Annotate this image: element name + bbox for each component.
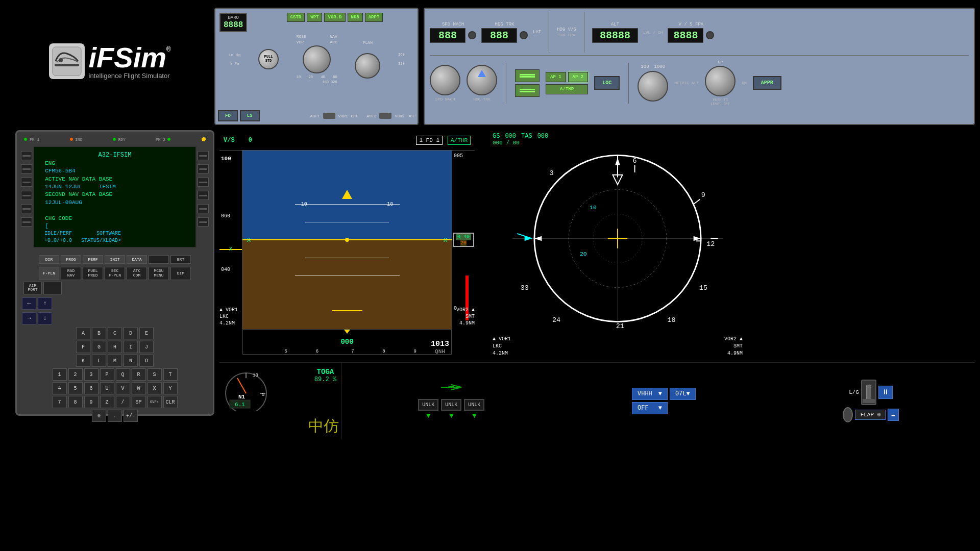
- lsk1r[interactable]: [198, 151, 209, 160]
- lg-lever[interactable]: [861, 380, 876, 405]
- runway-selector[interactable]: 07L ▼: [670, 388, 696, 400]
- unlk2-button[interactable]: UNLK: [441, 399, 461, 411]
- flap-knob[interactable]: [843, 407, 853, 422]
- key-2[interactable]: 2: [68, 368, 83, 381]
- atc-com-button[interactable]: ATCCOM: [127, 267, 147, 280]
- key-T[interactable]: T: [163, 368, 178, 381]
- lsk4r[interactable]: [198, 191, 209, 200]
- key-dot[interactable]: .: [108, 410, 122, 422]
- key-clr[interactable]: CLR: [163, 396, 178, 408]
- key-A[interactable]: A: [76, 327, 90, 339]
- key-P[interactable]: P: [100, 368, 114, 381]
- lsk4l[interactable]: [21, 191, 32, 200]
- spd-mach-knob[interactable]: [430, 65, 460, 95]
- airport-selector[interactable]: VHHH ▼: [632, 388, 668, 400]
- data-button[interactable]: DATA: [127, 255, 147, 264]
- lsk6l[interactable]: [21, 217, 32, 227]
- brt-button[interactable]: BRT: [170, 255, 191, 264]
- pull-std-button[interactable]: PULLSTD: [258, 49, 279, 69]
- key-1[interactable]: 1: [53, 368, 67, 381]
- ap1-button[interactable]: AP 1: [546, 72, 566, 82]
- athr-button[interactable]: A/THR: [546, 84, 588, 94]
- key-S[interactable]: S: [148, 368, 162, 381]
- key-sp[interactable]: SP: [132, 396, 146, 408]
- key-W[interactable]: W: [132, 382, 146, 394]
- mcdu-menu-button[interactable]: MCDUMENU: [149, 267, 169, 280]
- ndb-button[interactable]: NDB: [348, 13, 363, 22]
- key-Z[interactable]: Z: [100, 396, 114, 408]
- down-arrow-key[interactable]: ↓: [38, 312, 52, 324]
- lsk3r[interactable]: [198, 178, 209, 187]
- key-Q[interactable]: Q: [116, 368, 130, 381]
- gear-state-button[interactable]: ▬: [888, 409, 898, 421]
- key-V[interactable]: V: [116, 382, 130, 394]
- prog-button[interactable]: PROG: [61, 255, 81, 264]
- key-D[interactable]: D: [124, 327, 138, 339]
- key-L[interactable]: L: [92, 355, 106, 367]
- key-U[interactable]: U: [100, 382, 114, 394]
- fpln-button[interactable]: F-PLN: [39, 267, 59, 280]
- lsk6r[interactable]: [198, 217, 209, 227]
- loc-button[interactable]: LOC: [594, 76, 620, 90]
- lsk2r[interactable]: [198, 164, 209, 173]
- right-arrow-key[interactable]: →: [22, 312, 36, 324]
- blank-button[interactable]: [149, 255, 169, 264]
- key-5[interactable]: 5: [68, 382, 83, 394]
- vord-button[interactable]: VOR.D: [324, 13, 345, 22]
- key-8[interactable]: 8: [68, 396, 83, 408]
- fuel-pred-button[interactable]: FUELPRED: [83, 267, 103, 280]
- key-E[interactable]: E: [139, 327, 154, 339]
- key-9[interactable]: 9: [84, 396, 99, 408]
- adf1-switch[interactable]: [323, 113, 335, 119]
- key-C[interactable]: C: [108, 327, 122, 339]
- mode-knob[interactable]: [355, 53, 380, 79]
- hdg-trk-knob[interactable]: [467, 65, 497, 95]
- key-6[interactable]: 6: [84, 382, 99, 394]
- key-slash[interactable]: /: [116, 396, 130, 408]
- init-button[interactable]: INIT: [105, 255, 125, 264]
- alt-knob[interactable]: [638, 71, 668, 102]
- lsk2l[interactable]: [21, 164, 32, 173]
- sec-fpln-button[interactable]: SECF-PLN: [105, 267, 125, 280]
- dir-button[interactable]: DIR: [39, 255, 59, 264]
- key-Y[interactable]: Y: [163, 382, 178, 394]
- up-arrow-key[interactable]: ↑: [38, 297, 52, 310]
- lsk5r[interactable]: [198, 204, 209, 213]
- unlk1-button[interactable]: UNLK: [418, 399, 438, 411]
- lsk5l[interactable]: [21, 204, 32, 213]
- key-B[interactable]: B: [92, 327, 106, 339]
- adf2-switch[interactable]: [379, 113, 391, 119]
- key-K[interactable]: K: [76, 355, 90, 367]
- lsk1l[interactable]: [21, 151, 32, 160]
- arpt-button[interactable]: ARPT: [365, 13, 383, 22]
- vs-fpa-toggle[interactable]: [515, 84, 540, 97]
- fd-button[interactable]: FD: [218, 110, 238, 121]
- key-N[interactable]: N: [124, 355, 138, 367]
- key-R[interactable]: R: [132, 368, 146, 381]
- appr-button[interactable]: APPR: [753, 76, 781, 90]
- key-4[interactable]: 4: [53, 382, 67, 394]
- pause-button[interactable]: ⏸: [878, 386, 893, 399]
- key-M[interactable]: M: [108, 355, 122, 367]
- ap2-button[interactable]: AP 2: [568, 72, 589, 82]
- wpt-button[interactable]: WPT: [307, 13, 322, 22]
- unlk3-button[interactable]: UNLK: [464, 399, 484, 411]
- key-H[interactable]: H: [108, 341, 122, 353]
- dim-button[interactable]: DIM: [170, 267, 191, 280]
- key-J[interactable]: J: [139, 341, 154, 353]
- key-O[interactable]: O: [139, 355, 154, 367]
- range-knob[interactable]: [303, 45, 331, 73]
- airport-button[interactable]: AIRPORT: [23, 282, 42, 295]
- hdg-trk-toggle[interactable]: [515, 69, 540, 82]
- key-3[interactable]: 3: [84, 368, 99, 381]
- key-plusminus[interactable]: +/-: [124, 410, 138, 422]
- cstr-button[interactable]: CSTR: [287, 13, 305, 22]
- key-7[interactable]: 7: [53, 396, 67, 408]
- lsk3l[interactable]: [21, 178, 32, 187]
- key-G[interactable]: G: [92, 341, 106, 353]
- key-I[interactable]: I: [124, 341, 138, 353]
- vs-fpa-knob[interactable]: [705, 66, 736, 96]
- perf-button[interactable]: PERF: [83, 255, 103, 264]
- left-arrow-key[interactable]: ←: [22, 297, 36, 310]
- ls-button[interactable]: LS: [240, 110, 260, 121]
